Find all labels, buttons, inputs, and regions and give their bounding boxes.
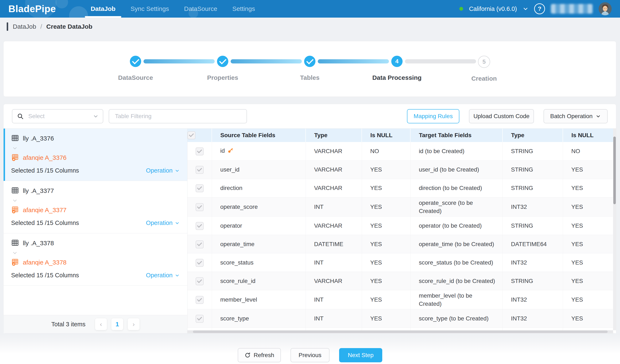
table-pair-card[interactable]: lly .A_3376 afanqie A_3376 Selec: [3, 129, 187, 181]
field-mapping-table: Source Table Fields Type Is NULL Target …: [187, 129, 614, 332]
table-create-icon: [11, 258, 19, 267]
horizontal-scrollbar[interactable]: [187, 330, 613, 333]
operation-label: Operation: [146, 167, 173, 174]
table-create-icon: [11, 153, 19, 162]
source-type-cell: VARCHAR: [306, 142, 362, 160]
nav-item[interactable]: DataSource: [177, 0, 225, 18]
list-empty-area: [3, 286, 187, 315]
row-checkbox[interactable]: [196, 203, 204, 211]
table-select-dropdown[interactable]: [12, 109, 103, 123]
table-icon: [11, 239, 19, 248]
operation-dropdown[interactable]: Operation: [146, 167, 180, 174]
table-select-input[interactable]: [12, 109, 103, 123]
nav-item[interactable]: DataJob: [83, 0, 123, 18]
card-bottom-row: Selected 15 /15 Columns Operation: [11, 272, 180, 279]
source-field-cell: direction: [212, 179, 306, 197]
wizard-steps: DataSource Properties: [92, 56, 528, 82]
select-all-checkbox[interactable]: [187, 131, 195, 139]
source-field-cell: operate_score: [212, 197, 306, 216]
source-field-cell: member_level: [212, 290, 306, 309]
refresh-button[interactable]: Refresh: [238, 348, 281, 362]
step-label: Tables: [300, 74, 320, 81]
source-field-name: id: [220, 147, 225, 154]
source-table-name: lly .A_3378: [23, 240, 54, 247]
col-header-source-fields: Source Table Fields: [212, 129, 306, 142]
data-processing-card: Mapping Rules Upload Custom Code Batch O…: [3, 104, 616, 334]
status-dot: [459, 7, 463, 11]
field-row: score_status INT YES score_status (to be…: [187, 253, 614, 272]
table-pair-card[interactable]: lly .A_3377 afanqie A_3377 Selec: [3, 181, 187, 233]
mapping-rules-button[interactable]: Mapping Rules: [407, 109, 459, 123]
source-field-cell: user_id: [212, 160, 306, 179]
batch-operation-label: Batch Operation: [550, 113, 592, 120]
avatar[interactable]: [599, 2, 612, 15]
target-isnull-cell: YES: [563, 235, 614, 253]
source-table-name: lly .A_3377: [23, 187, 54, 194]
batch-operation-button[interactable]: Batch Operation: [543, 109, 608, 123]
table-filter-input[interactable]: [109, 109, 247, 123]
row-checkbox[interactable]: [196, 277, 204, 285]
target-field-cell: member_level (to be Created): [410, 290, 502, 309]
row-checkbox-cell: [187, 272, 212, 290]
breadcrumb-parent[interactable]: DataJob: [13, 23, 36, 30]
help-icon[interactable]: ?: [534, 3, 545, 14]
step-label: Properties: [207, 74, 238, 81]
nav-item[interactable]: Sync Settings: [123, 0, 176, 18]
wizard-step: Tables: [266, 56, 353, 82]
table-filter-field[interactable]: [109, 109, 247, 123]
vertical-scrollbar[interactable]: [613, 129, 616, 330]
target-field-cell: id (to be Created): [410, 142, 502, 160]
target-isnull-cell: NO: [563, 142, 614, 160]
target-field-cell: score_type (to be Created): [410, 309, 502, 328]
row-checkbox[interactable]: [196, 166, 204, 174]
pagination-prev-button[interactable]: ‹: [95, 318, 107, 330]
vertical-scrollbar-thumb[interactable]: [613, 136, 616, 204]
source-isnull-cell: YES: [362, 272, 410, 290]
source-type-cell: INT: [306, 253, 362, 272]
source-isnull-cell: YES: [362, 216, 410, 235]
pagination-page-1[interactable]: 1: [111, 318, 123, 330]
check-icon: [306, 57, 313, 64]
row-checkbox[interactable]: [196, 222, 204, 230]
col-header-target-fields: Target Table Fields: [410, 129, 502, 142]
previous-button[interactable]: Previous: [291, 348, 329, 362]
row-checkbox-cell: [187, 235, 212, 253]
row-checkbox[interactable]: [196, 184, 204, 192]
operation-dropdown[interactable]: Operation: [146, 272, 180, 279]
source-type-cell: VARCHAR: [306, 272, 362, 290]
target-type-cell: DATETIME64: [502, 235, 563, 253]
step-label: Creation: [471, 75, 497, 82]
source-isnull-cell: YES: [362, 179, 410, 197]
selected-columns-label: Selected 15 /15 Columns: [11, 219, 79, 227]
target-field-cell: user_id (to be Created): [410, 160, 502, 179]
target-isnull-cell: YES: [563, 216, 614, 235]
row-checkbox[interactable]: [196, 241, 204, 248]
horizontal-scrollbar-thumb[interactable]: [193, 331, 608, 333]
wizard-step: DataSource: [92, 56, 179, 82]
next-step-button[interactable]: Next Step: [339, 348, 382, 362]
row-checkbox[interactable]: [196, 259, 204, 267]
operation-dropdown[interactable]: Operation: [146, 219, 180, 227]
wizard-step: Properties: [179, 56, 266, 82]
source-type-cell: INT: [306, 309, 362, 328]
target-field-cell: operate_score (to be Created): [410, 197, 502, 216]
table-pair-card[interactable]: lly .A_3378 afanqie A_3378 Selec: [3, 233, 187, 286]
target-table-row: afanqie A_3378: [11, 258, 180, 267]
app-logo: BladePipe: [8, 3, 56, 15]
chevron-down-icon[interactable]: [523, 6, 528, 12]
chevron-down-icon: [12, 145, 180, 151]
chevron-down-icon: [12, 250, 180, 256]
source-isnull-cell: YES: [362, 235, 410, 253]
breadcrumb-separator: /: [40, 23, 42, 30]
nav-item[interactable]: Settings: [225, 0, 263, 18]
row-checkbox[interactable]: [196, 147, 204, 155]
row-checkbox-cell: [187, 160, 212, 179]
pagination-next-button[interactable]: ›: [128, 318, 140, 330]
row-checkbox[interactable]: [196, 315, 204, 323]
field-row: user_id VARCHAR YES user_id (to be Creat…: [187, 160, 614, 179]
row-checkbox[interactable]: [196, 296, 204, 304]
target-field-cell: operate_time (to be Created): [410, 235, 502, 253]
upload-custom-code-button[interactable]: Upload Custom Code: [469, 109, 534, 123]
wizard-step: 5 Creation: [440, 56, 528, 82]
step-circle: 4: [391, 56, 403, 67]
